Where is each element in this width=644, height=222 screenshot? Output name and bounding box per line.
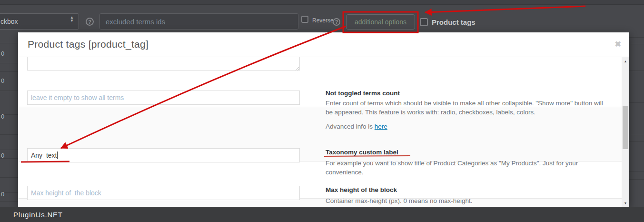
select-arrows-icon: ▲▼: [70, 16, 74, 22]
table-cell-value: 0: [1, 191, 15, 198]
close-icon[interactable]: ✖: [615, 40, 621, 48]
reverse-label: Reverse: [312, 17, 334, 24]
table-cell-value: 0: [1, 77, 15, 84]
modal-header: Product tags [product_tag] ✖: [18, 32, 629, 57]
reverse-checkbox[interactable]: [301, 16, 308, 23]
option-description: For example you want to show title of Pr…: [326, 159, 611, 177]
resize-handle-icon[interactable]: [295, 66, 299, 71]
not-toggled-terms-input[interactable]: [27, 91, 300, 105]
watermark-bar: PluginUs.NET: [0, 207, 644, 222]
screenshot-root: ckbox ▲▼ ? Reverse ? additional options …: [0, 0, 644, 222]
modal-scrollbar[interactable]: ▲ ▼: [622, 57, 629, 207]
product-tags-label: Product tags: [432, 18, 476, 26]
scroll-up-icon[interactable]: ▲: [622, 57, 629, 65]
modal-title: Product tags [product_tag]: [28, 39, 149, 50]
option-description: Container max-height (px). 0 means no ma…: [326, 196, 611, 205]
taxonomy-custom-label-description-block: Taxonomy custom label For example you wa…: [326, 149, 611, 177]
table-cell-value: 0: [1, 152, 15, 159]
display-type-select-value: ckbox: [0, 18, 18, 25]
help-icon[interactable]: ?: [333, 18, 340, 26]
background-top-band: [0, 0, 644, 5]
option-heading: Max height of the block: [326, 186, 611, 193]
option-heading: Taxonomy custom label: [326, 149, 611, 156]
advanced-info-link[interactable]: here: [375, 123, 387, 130]
additional-options-button[interactable]: additional options: [346, 14, 415, 30]
product-tags-checkbox[interactable]: [420, 18, 428, 26]
not-toggled-terms-description-block: Not toggled terms count Enter count of t…: [326, 90, 611, 131]
background-toolbar: ckbox ▲▼ ? Reverse ? additional options …: [0, 5, 644, 32]
product-tags-modal: Product tags [product_tag] ✖ Not toggled…: [18, 32, 629, 207]
max-height-input[interactable]: [27, 186, 300, 200]
option-description: Enter count of terms which should be vis…: [326, 99, 611, 117]
scrollbar-thumb[interactable]: [623, 106, 628, 149]
text-cursor: [57, 151, 58, 159]
modal-body: Not toggled terms count Enter count of t…: [18, 57, 622, 207]
excluded-terms-input[interactable]: [99, 13, 298, 30]
max-height-description-block: Max height of the block Container max-he…: [326, 186, 611, 205]
terms-ids-textarea[interactable]: [27, 57, 300, 71]
help-icon[interactable]: ?: [86, 18, 94, 26]
watermark-text: PluginUs.NET: [13, 211, 63, 219]
advanced-info-line: Advanced info is here: [326, 122, 611, 131]
table-cell-value: 0: [1, 113, 15, 120]
table-cell-value: 0: [1, 50, 15, 57]
scroll-down-icon[interactable]: ▼: [622, 199, 629, 207]
option-heading: Not toggled terms count: [326, 90, 611, 97]
display-type-select[interactable]: ckbox ▲▼: [0, 13, 79, 30]
taxonomy-custom-label-input[interactable]: Any text: [27, 148, 300, 162]
